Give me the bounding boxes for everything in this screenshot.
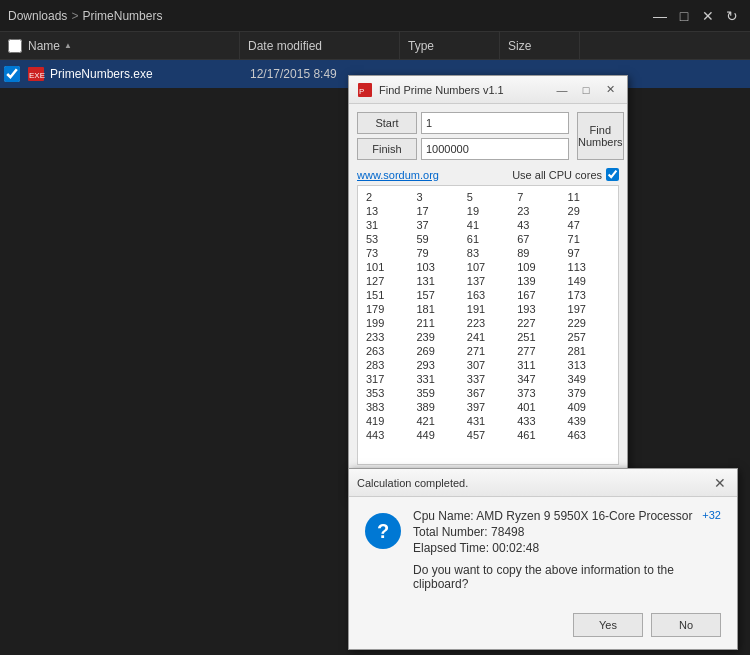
sordum-link[interactable]: www.sordum.org: [357, 169, 439, 181]
prime-dialog-title: Find Prime Numbers v1.1: [379, 84, 547, 96]
prime-number-cell: 59: [412, 232, 462, 246]
prime-number-cell: 251: [513, 330, 563, 344]
prime-number-row: 179181191193197: [362, 302, 614, 316]
prime-number-row: 263269271277281: [362, 344, 614, 358]
find-numbers-button[interactable]: Find Numbers: [577, 112, 624, 160]
prime-number-cell: 113: [564, 260, 614, 274]
prime-number-cell: 379: [564, 386, 614, 400]
prime-number-cell: 461: [513, 428, 563, 442]
prime-number-row: 199211223227229: [362, 316, 614, 330]
col-header-size[interactable]: Size: [500, 32, 580, 59]
prime-number-cell: 367: [463, 386, 513, 400]
titlebar-minimize[interactable]: —: [650, 6, 670, 26]
prime-number-cell: 227: [513, 316, 563, 330]
prime-number-cell: 233: [362, 330, 412, 344]
prime-number-cell: 223: [463, 316, 513, 330]
prime-number-cell: 431: [463, 414, 513, 428]
prime-number-cell: 269: [412, 344, 462, 358]
prime-minimize-btn[interactable]: —: [553, 81, 571, 99]
prime-number-cell: 149: [564, 274, 614, 288]
prime-maximize-btn[interactable]: □: [577, 81, 595, 99]
prime-number-cell: 71: [564, 232, 614, 246]
prime-numbers-grid[interactable]: 2357111317192329313741434753596167717379…: [357, 185, 619, 465]
col-header-type[interactable]: Type: [400, 32, 500, 59]
prime-number-cell: 433: [513, 414, 563, 428]
calc-titlebar: Calculation completed. ✕: [349, 469, 737, 497]
titlebar-refresh[interactable]: ↻: [722, 6, 742, 26]
col-header-date[interactable]: Date modified: [240, 32, 400, 59]
calc-title-text: Calculation completed.: [357, 477, 711, 489]
explorer-titlebar: Downloads > PrimeNumbers — □ ✕ ↻: [0, 0, 750, 32]
svg-text:EXE: EXE: [29, 71, 45, 80]
finish-input[interactable]: [421, 138, 569, 160]
prime-number-cell: 389: [412, 400, 462, 414]
prime-number-cell: 5: [463, 190, 513, 204]
cpu-name-line: Cpu Name: AMD Ryzen 9 5950X 16-Core Proc…: [413, 509, 721, 523]
prime-number-cell: 347: [513, 372, 563, 386]
prime-number-cell: 127: [362, 274, 412, 288]
svg-text:P: P: [359, 87, 364, 96]
calc-content: ? Cpu Name: AMD Ryzen 9 5950X 16-Core Pr…: [349, 497, 737, 605]
prime-number-cell: 131: [412, 274, 462, 288]
total-number-label: Total Number: 78498: [413, 525, 721, 539]
prime-number-cell: 17: [412, 204, 462, 218]
start-button[interactable]: Start: [357, 112, 417, 134]
prime-number-row: 3137414347: [362, 218, 614, 232]
prime-number-cell: 277: [513, 344, 563, 358]
calc-info-icon: ?: [365, 513, 401, 549]
prime-number-cell: 37: [412, 218, 462, 232]
select-all-checkbox[interactable]: [8, 39, 22, 53]
prime-number-row: 101103107109113: [362, 260, 614, 274]
prime-number-cell: 47: [564, 218, 614, 232]
clipboard-question: Do you want to copy the above informatio…: [413, 563, 721, 591]
prime-number-cell: 241: [463, 330, 513, 344]
prime-close-btn[interactable]: ✕: [601, 81, 619, 99]
prime-number-cell: 197: [564, 302, 614, 316]
cpu-badge[interactable]: +32: [702, 509, 721, 523]
prime-number-cell: 211: [412, 316, 462, 330]
file-name: PrimeNumbers.exe: [50, 67, 250, 81]
calc-close-btn[interactable]: ✕: [711, 474, 729, 492]
prime-number-row: 283293307311313: [362, 358, 614, 372]
prime-number-cell: 239: [412, 330, 462, 344]
prime-number-row: 235711: [362, 190, 614, 204]
no-button[interactable]: No: [651, 613, 721, 637]
prime-number-cell: 229: [564, 316, 614, 330]
col-header-name[interactable]: Name ▲: [0, 32, 240, 59]
prime-number-row: 151157163167173: [362, 288, 614, 302]
prime-number-cell: 103: [412, 260, 462, 274]
finish-button[interactable]: Finish: [357, 138, 417, 160]
prime-number-cell: 151: [362, 288, 412, 302]
yes-button[interactable]: Yes: [573, 613, 643, 637]
prime-number-cell: 53: [362, 232, 412, 246]
column-headers: Name ▲ Date modified Type Size: [0, 32, 750, 60]
prime-dialog-content: Start Finish Find Numbers www.sordum.org…: [349, 104, 627, 473]
prime-number-cell: 107: [463, 260, 513, 274]
titlebar-close[interactable]: ✕: [698, 6, 718, 26]
cpu-cores-checkbox[interactable]: [606, 168, 619, 181]
prime-number-row: 233239241251257: [362, 330, 614, 344]
prime-number-cell: 439: [564, 414, 614, 428]
prime-number-cell: 13: [362, 204, 412, 218]
prime-number-cell: 89: [513, 246, 563, 260]
prime-number-cell: 419: [362, 414, 412, 428]
start-input[interactable]: [421, 112, 569, 134]
prime-number-row: 1317192329: [362, 204, 614, 218]
cpu-checkbox-row: Use all CPU cores: [512, 168, 619, 181]
prime-number-cell: 109: [513, 260, 563, 274]
prime-finish-row: Finish: [357, 138, 569, 160]
prime-number-row: 127131137139149: [362, 274, 614, 288]
titlebar-controls: — □ ✕ ↻: [650, 6, 742, 26]
titlebar-maximize[interactable]: □: [674, 6, 694, 26]
prime-number-cell: 73: [362, 246, 412, 260]
prime-number-cell: 61: [463, 232, 513, 246]
breadcrumb-downloads[interactable]: Downloads: [8, 9, 67, 23]
prime-number-cell: 139: [513, 274, 563, 288]
prime-number-cell: 41: [463, 218, 513, 232]
prime-number-cell: 311: [513, 358, 563, 372]
prime-number-cell: 191: [463, 302, 513, 316]
breadcrumb-primenumbers[interactable]: PrimeNumbers: [82, 9, 162, 23]
prime-number-cell: 193: [513, 302, 563, 316]
prime-dialog-titlebar: P Find Prime Numbers v1.1 — □ ✕: [349, 76, 627, 104]
file-checkbox[interactable]: [4, 66, 20, 82]
